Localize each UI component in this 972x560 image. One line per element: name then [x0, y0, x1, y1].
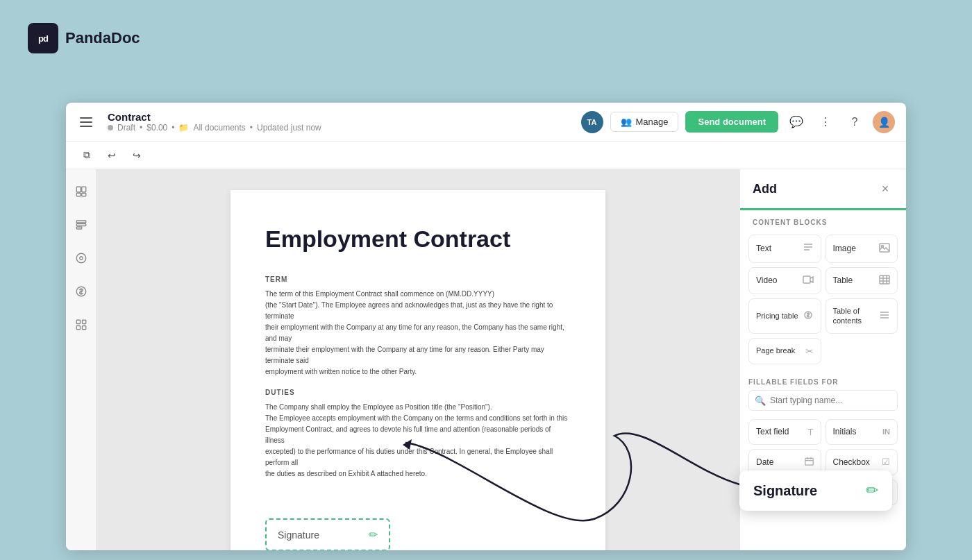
block-video[interactable]: Video	[748, 267, 821, 294]
svg-rect-29	[805, 458, 812, 465]
more-button[interactable]: ⋮	[814, 111, 837, 133]
svg-point-7	[76, 253, 86, 263]
menu-icon[interactable]	[77, 111, 99, 133]
signature-tooltip: Signature ✏	[739, 470, 892, 511]
block-toc-icon	[879, 310, 890, 322]
user-avatar-img: 👤	[873, 111, 895, 133]
doc-page: Employment Contract TERM The term of thi…	[231, 190, 605, 550]
help-button[interactable]: ?	[844, 111, 866, 133]
svg-rect-2	[76, 193, 81, 196]
sidebar-icon-pricing[interactable]	[70, 280, 92, 303]
duties-text: The Company shall employ the Employee as…	[265, 402, 571, 480]
doc-title: Contract	[108, 111, 321, 123]
svg-rect-6	[76, 227, 82, 229]
fillable-date-icon	[805, 457, 814, 468]
logo-text: PandaDoc	[65, 29, 140, 47]
fillable-initials[interactable]: Initials IN	[826, 419, 898, 445]
block-table[interactable]: Table	[826, 267, 898, 294]
svg-rect-19	[803, 276, 810, 283]
add-panel-close-button[interactable]: ×	[877, 180, 894, 197]
signature-label: Signature	[278, 529, 319, 541]
logo: pd PandaDoc	[28, 23, 140, 53]
svg-rect-20	[880, 275, 889, 284]
add-panel-header: Add ×	[740, 169, 906, 210]
fillable-checkbox-icon: ☑	[882, 457, 890, 467]
block-text[interactable]: Text	[748, 235, 821, 263]
sidebar-icon-apps[interactable]	[70, 314, 92, 336]
toolbar2: ⧉ ↩ ↪	[66, 142, 906, 169]
signature-edit-icon: ✏	[369, 528, 378, 541]
undo-button[interactable]: ↩	[102, 146, 122, 165]
svg-rect-3	[81, 193, 85, 196]
folder-label: All documents	[193, 123, 245, 133]
content-blocks-heading: CONTENT BLOCKS	[740, 210, 906, 230]
fillable-text-field[interactable]: Text field T	[748, 419, 821, 445]
fillable-text-icon: T	[808, 427, 814, 437]
logo-box: pd	[28, 23, 58, 53]
left-sidebar	[66, 169, 97, 550]
fillable-initials-icon: IN	[882, 427, 890, 436]
sidebar-icon-pages[interactable]	[70, 180, 92, 203]
folder-icon: 📁	[178, 123, 189, 133]
user-avatar-button[interactable]: TA	[581, 111, 603, 133]
doc-canvas: Employment Contract TERM The term of thi…	[97, 169, 739, 550]
add-panel-title: Add	[753, 182, 777, 196]
block-video-icon	[803, 275, 814, 287]
draft-label: Draft	[117, 123, 135, 133]
svg-rect-5	[76, 224, 86, 226]
sidebar-icon-design[interactable]	[70, 247, 92, 269]
block-image[interactable]: Image	[826, 235, 898, 263]
toolbar-right: TA 👥 Manage Send document 💬 ⋮ ? 👤	[581, 111, 896, 133]
toolbar: Contract Draft • $0.00 • 📁 All documents…	[66, 103, 906, 142]
term-text: The term of this Employment Contract sha…	[265, 289, 571, 377]
chat-button[interactable]: 💬	[785, 111, 807, 133]
manage-button[interactable]: 👥 Manage	[610, 112, 679, 132]
block-pricing-table[interactable]: Pricing table	[748, 298, 821, 334]
copy-button[interactable]: ⧉	[77, 146, 97, 165]
svg-rect-4	[76, 221, 86, 223]
document-title: Employment Contract	[265, 225, 571, 253]
updated-label: Updated just now	[257, 123, 321, 133]
signature-block[interactable]: Signature ✏	[265, 518, 390, 550]
svg-rect-13	[82, 326, 85, 330]
signature-tooltip-label: Signature	[753, 483, 817, 499]
block-image-icon	[879, 243, 890, 255]
block-page-break[interactable]: Page break ✂	[748, 338, 821, 364]
block-text-icon	[803, 242, 814, 255]
search-input-wrap: 🔍	[748, 390, 898, 411]
search-icon: 🔍	[755, 395, 766, 405]
blocks-grid: Text Image	[740, 230, 906, 368]
sidebar-icon-fields[interactable]	[70, 214, 92, 236]
send-button[interactable]: Send document	[685, 111, 778, 133]
block-pricing-icon	[803, 310, 814, 322]
duties-heading: DUTIES	[265, 389, 571, 396]
manage-icon: 👥	[621, 117, 632, 127]
block-pagebreak-icon: ✂	[805, 346, 814, 357]
search-input[interactable]	[748, 390, 898, 411]
term-heading: TERM	[265, 275, 571, 283]
svg-rect-12	[76, 326, 80, 330]
price-label: $0.00	[146, 123, 167, 133]
fillable-heading: FILLABLE FIELDS FOR	[748, 373, 898, 390]
svg-point-8	[79, 257, 83, 260]
svg-rect-0	[76, 187, 81, 192]
svg-rect-1	[81, 187, 85, 192]
svg-rect-10	[76, 320, 80, 323]
block-toc[interactable]: Table of contents	[826, 298, 898, 334]
doc-info: Contract Draft • $0.00 • 📁 All documents…	[108, 111, 321, 133]
editor-window: Contract Draft • $0.00 • 📁 All documents…	[66, 103, 906, 550]
block-table-icon	[879, 275, 890, 287]
signature-tooltip-icon: ✏	[866, 482, 878, 500]
redo-button[interactable]: ↪	[127, 146, 146, 165]
svg-rect-11	[82, 320, 85, 323]
draft-dot	[108, 125, 113, 130]
doc-meta: Draft • $0.00 • 📁 All documents • Update…	[108, 123, 321, 133]
